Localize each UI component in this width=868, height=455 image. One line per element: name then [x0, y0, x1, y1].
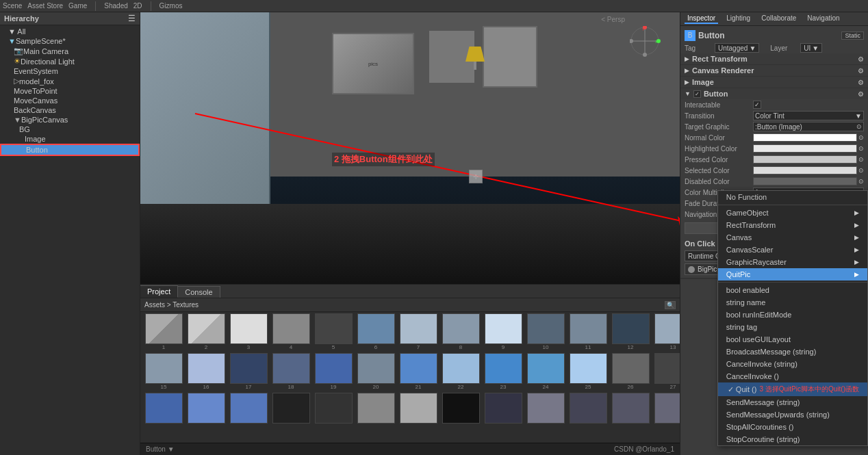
thumb-r3-10[interactable]: [525, 393, 566, 424]
context-canvas[interactable]: Canvas ▶: [718, 231, 867, 244]
thumb-5[interactable]: 5: [313, 313, 354, 350]
context-gameobject[interactable]: GameObject ▶: [718, 207, 867, 219]
thumb-19[interactable]: 19: [313, 353, 354, 390]
thumb-r3-5[interactable]: [313, 393, 354, 424]
thumb-12[interactable]: 12: [610, 313, 651, 350]
context-quitpic[interactable]: QuitPic ▶: [718, 268, 867, 281]
thumb-r3-7[interactable]: [398, 393, 439, 424]
context-bool-ruineditmode[interactable]: bool runInEditMode: [718, 309, 867, 321]
selected-color-swatch[interactable]: [753, 166, 857, 174]
hierarchy-item-movetopoint[interactable]: MoveToPoint: [0, 86, 140, 96]
viewport[interactable]: pics: [140, 12, 680, 284]
status-left[interactable]: Button ▼: [146, 445, 175, 453]
context-graphicraycaster[interactable]: GraphicRaycaster ▶: [718, 256, 867, 268]
gizmos-btn[interactable]: Gizmos: [159, 2, 183, 10]
thumb-7[interactable]: 7: [398, 313, 439, 350]
thumb-r3-4[interactable]: [270, 393, 311, 424]
hierarchy-item-eventsystem[interactable]: EventSystem: [0, 66, 140, 76]
context-quit[interactable]: ✓ Quit () 3 选择QuitPic脚本中的Quit()函数: [718, 382, 867, 396]
canvas-renderer-settings-icon[interactable]: ⚙: [858, 67, 864, 75]
thumb-17[interactable]: 17: [228, 353, 269, 390]
thumb-22[interactable]: 22: [440, 353, 481, 390]
thumb-16[interactable]: 16: [186, 353, 227, 390]
rect-transform-header[interactable]: ▶ Rect Transform ⚙: [680, 53, 868, 64]
context-cancelinvoke[interactable]: CancelInvoke (): [718, 370, 867, 382]
rect-transform-settings-icon[interactable]: ⚙: [858, 55, 864, 63]
context-bool-useguilayout[interactable]: bool useGUILayout: [718, 333, 867, 346]
normal-color-edit[interactable]: ⊙: [858, 134, 864, 141]
thumb-26[interactable]: 26: [610, 353, 651, 390]
highlighted-color-edit[interactable]: ⊙: [858, 145, 864, 152]
hierarchy-item-bg[interactable]: BG: [0, 125, 140, 134]
thumb-20[interactable]: 20: [355, 353, 396, 390]
pressed-color-edit[interactable]: ⊙: [858, 156, 864, 163]
context-cancelinvoke-str[interactable]: CancelInvoke (string): [718, 358, 867, 370]
thumb-21[interactable]: 21: [398, 353, 439, 390]
context-stopallcoroutines[interactable]: StopAllCoroutines (): [718, 421, 867, 433]
project-tab[interactable]: Project: [140, 285, 178, 298]
thumb-23[interactable]: 23: [483, 353, 524, 390]
thumb-24[interactable]: 24: [525, 353, 566, 390]
hierarchy-item-all[interactable]: ▼ All: [0, 27, 140, 36]
thumb-r3-1[interactable]: [143, 393, 184, 424]
scene-tab[interactable]: Scene: [3, 2, 22, 10]
context-sendmessage[interactable]: SendMessage (string): [718, 396, 867, 408]
hierarchy-item-scene[interactable]: ▼ SampleScene*: [0, 36, 140, 46]
thumb-r3-13[interactable]: [652, 393, 680, 424]
thumb-6[interactable]: 6: [355, 313, 396, 350]
thumb-8[interactable]: 8: [440, 313, 481, 350]
asset-store-tab[interactable]: Asset Store: [27, 2, 63, 10]
context-broadcastmessage[interactable]: BroadcastMessage (string): [718, 346, 867, 358]
thumb-r3-8[interactable]: [440, 393, 481, 424]
tab-collaborate[interactable]: Collaborate: [758, 14, 799, 24]
thumb-18[interactable]: 18: [270, 353, 311, 390]
pressed-color-swatch[interactable]: [753, 155, 857, 164]
image-settings-icon[interactable]: ⚙: [858, 79, 864, 86]
thumb-r3-6[interactable]: [355, 393, 396, 424]
thumb-9[interactable]: 9: [483, 313, 524, 350]
image-header[interactable]: ▶ Image ⚙: [680, 77, 868, 88]
highlighted-color-swatch[interactable]: [753, 144, 857, 153]
tag-dropdown[interactable]: Untagged ▼: [715, 43, 759, 53]
context-canvasscaler[interactable]: CanvasScaler ▶: [718, 244, 867, 256]
hierarchy-item-bigpiccanvas[interactable]: ▼ BigPicCanvas: [0, 115, 140, 125]
tab-lighting[interactable]: Lighting: [724, 14, 753, 24]
thumb-15[interactable]: 15: [143, 353, 184, 390]
2d-btn[interactable]: 2D: [133, 2, 142, 10]
disabled-color-swatch[interactable]: [753, 177, 857, 185]
hierarchy-options-icon[interactable]: ☰: [128, 14, 136, 23]
hierarchy-item-backcanvas[interactable]: BackCanvas: [0, 105, 140, 115]
hierarchy-item-button[interactable]: Button: [0, 144, 140, 156]
shaded-dropdown[interactable]: Shaded: [104, 2, 127, 10]
thumb-r3-9[interactable]: [483, 393, 524, 424]
context-no-function[interactable]: No Function: [718, 191, 867, 203]
normal-color-swatch[interactable]: [753, 133, 857, 142]
target-graphic-dropdown[interactable]: :Button (Image) ⊙: [753, 122, 864, 131]
button-section-header[interactable]: ▼ ✓ Button ⚙: [680, 88, 868, 99]
console-tab[interactable]: Console: [178, 286, 220, 298]
thumb-2[interactable]: 2: [186, 313, 227, 350]
thumb-r3-2[interactable]: [186, 393, 227, 424]
transition-dropdown[interactable]: Color Tint ▼: [753, 111, 864, 120]
thumb-27[interactable]: 27: [652, 353, 680, 390]
thumb-4[interactable]: 4: [270, 313, 311, 350]
disabled-color-edit[interactable]: ⊙: [858, 178, 864, 185]
thumb-10[interactable]: 10: [525, 313, 566, 350]
hierarchy-item-movecanvas[interactable]: MoveCanvas: [0, 96, 140, 105]
context-stopcoroutine[interactable]: StopCoroutine (string): [718, 433, 867, 445]
selected-color-edit[interactable]: ⊙: [858, 167, 864, 174]
game-tab[interactable]: Game: [68, 2, 87, 10]
context-sendmessageupwards[interactable]: SendMessageUpwards (string): [718, 408, 867, 421]
layer-dropdown[interactable]: UI ▼: [800, 43, 822, 53]
thumb-25[interactable]: 25: [567, 353, 609, 390]
thumb-r3-3[interactable]: [228, 393, 269, 424]
context-string-name[interactable]: string name: [718, 296, 867, 309]
thumb-r3-12[interactable]: [610, 393, 651, 424]
button-settings-icon[interactable]: ⚙: [858, 90, 864, 98]
hierarchy-item-model[interactable]: ▷ model_fox: [0, 76, 140, 86]
context-bool-enabled[interactable]: bool enabled: [718, 284, 867, 296]
interactable-checkbox[interactable]: ✓: [753, 101, 761, 109]
thumb-13[interactable]: 13: [652, 313, 680, 350]
tab-navigation[interactable]: Navigation: [804, 14, 842, 24]
search-btn[interactable]: 🔍: [665, 301, 676, 309]
